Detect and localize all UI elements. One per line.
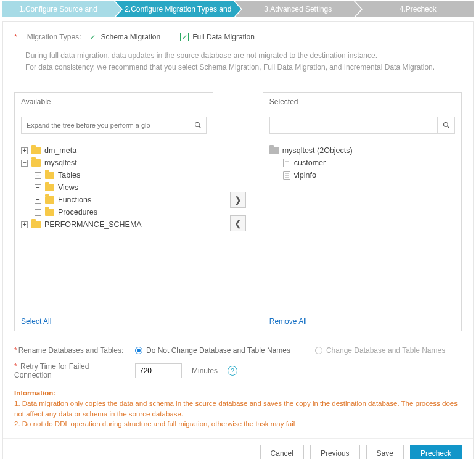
expand-icon[interactable]: + xyxy=(21,221,28,228)
info-title: Information: xyxy=(14,388,462,399)
radio-on[interactable] xyxy=(135,347,142,354)
expand-icon[interactable]: + xyxy=(35,197,41,204)
rename-row: *Rename Databases and Tables: Do Not Cha… xyxy=(14,342,462,358)
folder-icon xyxy=(45,172,54,179)
tree-node-mysqltest[interactable]: − mysqltest xyxy=(21,157,207,169)
rename-opt1-text: Do Not Change Database and Table Names xyxy=(146,346,290,355)
selected-db-label[interactable]: mysqltest (2Objects) xyxy=(282,146,353,155)
tree-label[interactable]: Procedures xyxy=(58,208,97,217)
move-left-button[interactable]: ❮ xyxy=(230,215,246,231)
selected-item-label[interactable]: vipinfo xyxy=(294,171,316,180)
divider xyxy=(3,83,473,83)
required-marker: * xyxy=(14,33,17,41)
folder-icon xyxy=(31,159,41,167)
step-1-label: 1.Configure Source and xyxy=(19,5,97,14)
available-search-input[interactable] xyxy=(22,118,189,133)
save-button[interactable]: Save xyxy=(366,445,404,459)
migration-types-row: * Migration Types: Schema Migration Full… xyxy=(3,22,473,44)
selected-panel: Selected mysqltest (2Objects) cu xyxy=(263,92,462,331)
expand-icon[interactable]: + xyxy=(35,209,41,216)
step-2[interactable]: 2.Configure Migration Types and xyxy=(123,1,234,17)
cancel-button[interactable]: Cancel xyxy=(260,445,304,459)
step-2-label: 2.Configure Migration Types and xyxy=(125,5,231,14)
migration-types-description: During full data migration, data updates… xyxy=(3,44,473,83)
available-panel: Available + dm_meta − mys xyxy=(14,92,213,331)
select-all-link[interactable]: Select All xyxy=(21,317,51,326)
retry-unit: Minutes xyxy=(192,366,218,375)
selected-search-input[interactable] xyxy=(270,118,437,133)
tree-label[interactable]: mysqltest xyxy=(44,159,77,167)
expand-icon[interactable]: + xyxy=(35,184,41,191)
tree-label[interactable]: Functions xyxy=(58,196,91,204)
tree-node-perf-schema[interactable]: + PERFORMANCE_SCHEMA xyxy=(21,218,207,231)
tree-label[interactable]: Tables xyxy=(58,171,80,180)
folder-icon xyxy=(269,147,279,154)
previous-button[interactable]: Previous xyxy=(310,445,360,459)
svg-point-0 xyxy=(195,123,199,127)
selected-db[interactable]: mysqltest (2Objects) xyxy=(269,144,455,157)
tree-label[interactable]: dm_meta xyxy=(44,146,76,155)
migration-types-label: Migration Types: xyxy=(27,33,81,41)
folder-icon xyxy=(45,209,54,216)
folder-icon xyxy=(45,196,54,204)
object-picker: Available + dm_meta − mys xyxy=(3,92,473,340)
retry-input[interactable] xyxy=(135,363,182,378)
file-icon xyxy=(283,159,290,167)
collapse-icon[interactable]: − xyxy=(35,172,41,179)
tree-node-dm-meta[interactable]: + dm_meta xyxy=(21,144,207,157)
tree-label[interactable]: PERFORMANCE_SCHEMA xyxy=(44,220,142,229)
precheck-button[interactable]: Precheck xyxy=(410,445,462,459)
selected-item-label[interactable]: customer xyxy=(294,159,326,167)
rename-opt2-text: Change Database and Table Names xyxy=(326,346,445,355)
chevron-left-icon: ❮ xyxy=(234,218,242,228)
folder-icon xyxy=(45,184,54,191)
selected-item-customer[interactable]: customer xyxy=(283,157,455,169)
expand-icon[interactable]: + xyxy=(21,147,28,154)
available-footer: Select All xyxy=(15,312,213,331)
step-3-label: 3.Advanced Settings xyxy=(264,5,332,14)
folder-icon xyxy=(31,221,41,228)
tree-node-tables[interactable]: − Tables xyxy=(35,169,207,181)
schema-migration-option[interactable]: Schema Migration xyxy=(89,33,161,41)
rename-option-change[interactable]: Change Database and Table Names xyxy=(315,346,445,355)
wizard-step-bar: 1.Configure Source and 2.Configure Migra… xyxy=(2,1,474,17)
desc-line-1: During full data migration, data updates… xyxy=(25,50,462,62)
tree-node-functions[interactable]: + Functions xyxy=(35,194,207,206)
available-search-button[interactable] xyxy=(189,117,206,133)
full-data-migration-checkbox[interactable] xyxy=(180,33,189,41)
selected-title: Selected xyxy=(263,93,461,112)
info-line-2: 2. Do not do DDL operation during struct… xyxy=(14,419,462,429)
available-tree: + dm_meta − mysqltest − Tables xyxy=(21,144,207,231)
rename-label: *Rename Databases and Tables: xyxy=(14,346,125,355)
chevron-right-icon: ❯ xyxy=(234,195,242,205)
move-right-button[interactable]: ❯ xyxy=(230,192,246,208)
schema-migration-checkbox[interactable] xyxy=(89,33,97,41)
rename-option-no-change[interactable]: Do Not Change Database and Table Names xyxy=(135,346,290,355)
remove-all-link[interactable]: Remove All xyxy=(269,317,307,326)
step-3[interactable]: 3.Advanced Settings xyxy=(242,1,354,17)
tree-node-views[interactable]: + Views xyxy=(35,181,207,194)
tree-label[interactable]: Views xyxy=(58,183,78,192)
selected-body[interactable]: mysqltest (2Objects) customer vipinfo xyxy=(263,139,461,312)
search-icon xyxy=(443,122,450,129)
file-icon xyxy=(283,171,290,180)
selected-item-vipinfo[interactable]: vipinfo xyxy=(283,169,455,181)
tree-node-procedures[interactable]: + Procedures xyxy=(35,206,207,218)
full-data-migration-option[interactable]: Full Data Migration xyxy=(180,33,255,41)
step-1[interactable]: 1.Configure Source and xyxy=(2,1,114,17)
info-line-1: 1. Data migration only copies the data a… xyxy=(14,399,462,419)
main-container: * Migration Types: Schema Migration Full… xyxy=(2,21,474,459)
available-body[interactable]: + dm_meta − mysqltest − Tables xyxy=(15,139,213,312)
svg-line-3 xyxy=(447,126,449,128)
available-search xyxy=(21,117,207,134)
search-icon xyxy=(194,122,202,129)
transfer-arrows: ❯ ❮ xyxy=(213,92,263,331)
svg-point-2 xyxy=(443,123,448,127)
radio-off[interactable] xyxy=(315,347,322,354)
step-4-label: 4.Precheck xyxy=(400,5,437,14)
desc-line-2: For data consistency, we recommend that … xyxy=(25,62,462,73)
help-icon[interactable]: ? xyxy=(228,366,237,376)
step-4[interactable]: 4.Precheck xyxy=(363,1,474,17)
selected-search-button[interactable] xyxy=(437,117,454,133)
collapse-icon[interactable]: − xyxy=(21,160,28,167)
